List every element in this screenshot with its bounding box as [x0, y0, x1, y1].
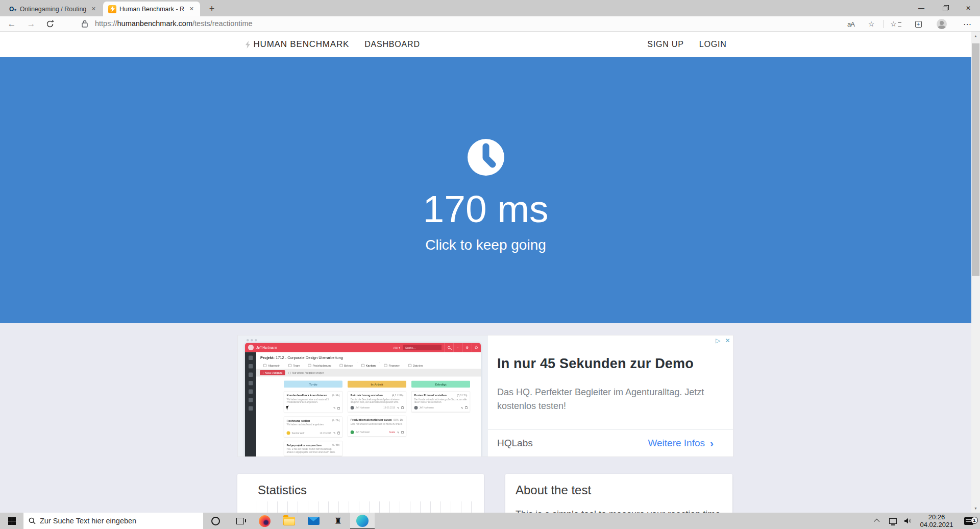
collections-glyph: +: [915, 21, 922, 28]
browser-menu-icon[interactable]: ⋯: [960, 16, 975, 32]
trash-icon: [402, 431, 404, 434]
reaction-test-area[interactable]: 170 ms Click to keep going: [0, 57, 971, 323]
edit-icon: ✎: [461, 406, 463, 410]
start-button[interactable]: [0, 513, 23, 529]
back-button[interactable]: ←: [4, 16, 19, 32]
forward-button[interactable]: →: [23, 16, 39, 32]
ad-headline[interactable]: In nur 45 Sekunden zur Demo: [497, 356, 694, 372]
clock-icon: [0, 138, 971, 179]
firefox-icon: [259, 515, 271, 527]
windows-taskbar: ♜ 20:26 04.02.2021 1: [0, 513, 980, 529]
url-scheme: https://: [95, 19, 117, 28]
app-tab: Belege: [335, 362, 357, 369]
network-tray-icon[interactable]: [885, 513, 900, 529]
kanban-card: Reinzeichnung erstellen(4,1 / 12h) Das i…: [348, 391, 406, 412]
taskbar-firefox[interactable]: [252, 513, 277, 529]
lightning-icon: [245, 41, 251, 49]
scroll-down-icon[interactable]: ▼: [971, 504, 980, 513]
notification-badge: 1: [971, 517, 978, 524]
nav-login[interactable]: LOGIN: [699, 40, 727, 49]
taskbar-explorer[interactable]: [277, 513, 301, 529]
taskbar-edge[interactable]: [350, 513, 375, 529]
scrollbar-thumb[interactable]: [972, 43, 979, 276]
translate-icon[interactable]: aA: [843, 16, 859, 32]
app-tabs: Allgemein Team Projektplanung Belege Kan…: [256, 362, 481, 369]
chevron-up-icon: [874, 519, 879, 524]
kanban-column-todo: To-do Kundenfeedback koordinieren(0 / 4h…: [284, 381, 342, 456]
browser-toolbar: ← → https://humanbenchmark.com/tests/rea…: [0, 16, 980, 32]
column-header: In Arbeit: [348, 381, 406, 388]
tray-chevron[interactable]: [870, 513, 885, 529]
add-favorite-icon[interactable]: ☆: [864, 16, 879, 32]
user-avatar: [248, 345, 254, 350]
taskbar-clock[interactable]: 20:26 04.02.2021: [916, 513, 958, 528]
profile-avatar[interactable]: [934, 16, 949, 32]
kanban-card: Kundenfeedback koordinieren(0 / 4h) Wir …: [284, 391, 342, 413]
adchoices-icon[interactable]: ▷: [714, 336, 722, 344]
restore-button[interactable]: [933, 0, 957, 16]
page-scrollbar[interactable]: ▲ ▼: [971, 32, 980, 513]
o2-favicon-icon: O₂: [9, 6, 17, 13]
window-controls: — ✕: [910, 0, 980, 16]
kanban-column-erledigt: Erledigt Ersten Entwurf erstellen(5,8 / …: [411, 381, 470, 456]
minimize-button[interactable]: —: [910, 0, 933, 16]
trash-icon: [338, 407, 340, 410]
system-tray: 20:26 04.02.2021 1: [870, 513, 980, 529]
windows-logo-icon: [8, 517, 16, 525]
mail-icon: [308, 517, 320, 525]
kanban-board: To-do Kundenfeedback koordinieren(0 / 4h…: [256, 377, 481, 456]
close-button[interactable]: ✕: [957, 0, 980, 16]
lock-icon[interactable]: [82, 20, 88, 30]
star-glyph: ☆: [890, 20, 897, 28]
nav-signup[interactable]: SIGN UP: [647, 40, 683, 49]
nav-dashboard[interactable]: DASHBOARD: [364, 40, 420, 49]
adchoices-controls: ▷ ✕: [714, 336, 731, 344]
action-center-button[interactable]: 1: [958, 517, 980, 525]
cortana-button[interactable]: [203, 513, 228, 529]
ad-banner[interactable]: Jeff Hartmann Alle ▾ Suche... ◦ ⚙: [237, 335, 733, 457]
statistics-card: Statistics: [237, 474, 484, 513]
column-header: Erledigt: [411, 381, 470, 388]
site-header: HUMAN BENCHMARK DASHBOARD SIGN UP LOGIN: [0, 32, 971, 57]
browser-tab-humanbenchmark[interactable]: Human Benchmark - Reaction Ti ✕: [103, 2, 200, 16]
ad-body-text: Das HQ. Perfekter Begleiter im Agentural…: [497, 386, 722, 413]
address-bar[interactable]: https://humanbenchmark.com/tests/reactio…: [95, 19, 253, 28]
edge-icon: [356, 515, 369, 527]
volume-tray-icon[interactable]: [900, 513, 916, 529]
speaker-icon: [904, 517, 912, 524]
refresh-button[interactable]: [44, 18, 56, 30]
site-logo[interactable]: HUMAN BENCHMARK: [245, 39, 350, 50]
filter-checkbox: Nur offene Aufgaben zeigen: [289, 371, 324, 374]
kanban-card: Ersten Entwurf erstellen(5,8 / 2h) Der K…: [411, 391, 470, 412]
taskbar-search[interactable]: [23, 513, 203, 529]
desktop: O₂ Onlinegaming / Routing / Packe ✕ Huma…: [0, 0, 980, 529]
cortana-icon: [211, 517, 220, 525]
app-tab-kanban: Kanban: [357, 362, 380, 369]
app-tab: Finanzen: [380, 362, 404, 369]
edit-icon: ✎: [333, 431, 336, 435]
search-icon: [29, 517, 36, 524]
ad-cta-link[interactable]: Weitere Infos: [648, 438, 705, 449]
app-sidebar: [245, 352, 256, 457]
ad-close-icon[interactable]: ✕: [724, 336, 731, 344]
trash-icon: [338, 432, 340, 435]
app-tab: Team: [284, 362, 304, 369]
task-view-button[interactable]: [228, 513, 252, 529]
favorites-icon[interactable]: ☆: [888, 16, 903, 32]
browser-tab-onlinegaming[interactable]: O₂ Onlinegaming / Routing / Packe ✕: [4, 2, 102, 16]
about-card: About the test This is a simple tool to …: [505, 474, 732, 513]
taskbar-search-input[interactable]: [40, 517, 183, 525]
app-tab: Allgemein: [259, 362, 284, 369]
app-toolbar: + Neue Aufgabe Nur offene Aufgaben zeige…: [256, 369, 481, 377]
app-tab: Projektplanung: [304, 362, 336, 369]
tab-close-icon[interactable]: ✕: [89, 5, 98, 13]
taskbar-app[interactable]: ♜: [326, 513, 350, 529]
scroll-up-icon[interactable]: ▲: [971, 32, 980, 40]
toolbar-divider: [883, 20, 884, 28]
new-tab-button[interactable]: +: [205, 3, 218, 15]
collections-icon[interactable]: +: [911, 16, 926, 32]
app-icon: ♜: [334, 517, 341, 525]
taskbar-mail[interactable]: [301, 513, 326, 529]
app-header: Jeff Hartmann Alle ▾ Suche... ◦ ⚙: [245, 343, 481, 352]
tab-close-icon[interactable]: ✕: [187, 5, 196, 13]
